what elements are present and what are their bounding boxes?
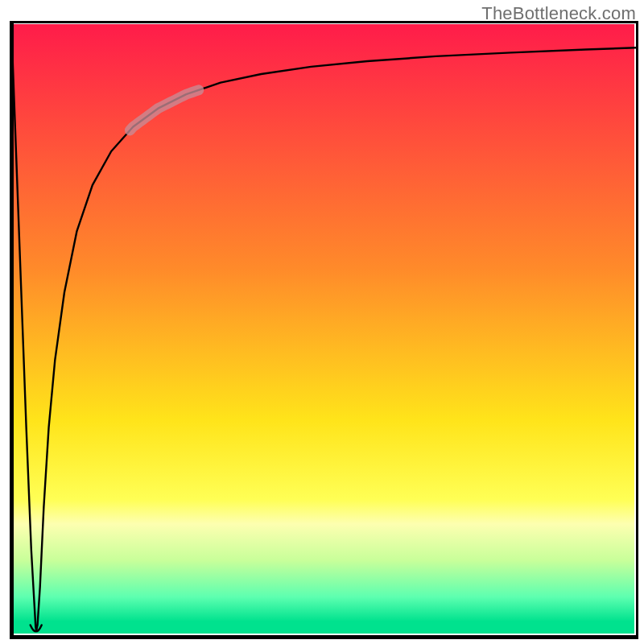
svg-rect-4 <box>636 21 638 639</box>
chart-stage: TheBottleneck.com <box>0 0 644 644</box>
watermark-text: TheBottleneck.com <box>481 3 636 24</box>
svg-rect-1 <box>10 21 14 639</box>
bottleneck-curve-chart <box>0 0 644 644</box>
svg-rect-0 <box>14 24 634 634</box>
svg-rect-2 <box>10 635 638 639</box>
gradient-background <box>14 24 634 634</box>
